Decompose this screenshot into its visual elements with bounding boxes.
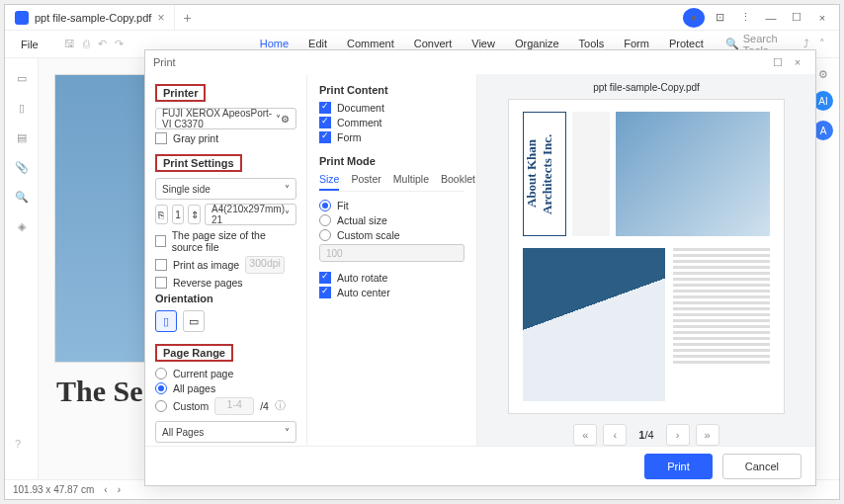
fit-radio[interactable]: Fit xyxy=(319,200,464,211)
help-icon[interactable]: ? xyxy=(15,438,21,450)
new-tab-button[interactable]: + xyxy=(175,10,199,26)
copies-stepper[interactable]: ⇕ xyxy=(188,205,201,224)
page-total: /4 xyxy=(260,400,269,412)
mode-tab-booklet[interactable]: Booklet xyxy=(441,173,475,191)
copies-icon: ⎘ xyxy=(155,205,168,224)
dpi-input[interactable]: 300dpi xyxy=(245,256,285,274)
print-preview: About Khan Architects Inc. xyxy=(508,99,785,414)
more-icon[interactable]: ⋮ xyxy=(734,8,756,28)
tab-title: ppt file-sample-Copy.pdf xyxy=(35,12,151,24)
paper-select[interactable]: A4(210x297mm) 21˅ xyxy=(205,204,296,225)
cursor-coords: 101.93 x 47.87 cm xyxy=(13,484,94,495)
search-panel-icon[interactable]: 🔍 xyxy=(14,189,30,205)
custom-scale-radio[interactable]: Custom scale xyxy=(319,229,464,241)
outline-icon[interactable]: ▤ xyxy=(14,129,30,145)
pager-first[interactable]: « xyxy=(573,424,597,446)
preview-image-2 xyxy=(523,248,665,401)
current-page-radio[interactable]: Current page xyxy=(155,368,296,379)
prev-page-icon[interactable]: ‹ xyxy=(104,484,107,495)
sliders-icon[interactable]: ⚙ xyxy=(818,68,828,81)
auto-rotate-checkbox[interactable]: Auto rotate xyxy=(319,272,464,284)
thumbnail-icon[interactable]: ▭ xyxy=(14,70,30,86)
mode-tab-poster[interactable]: Poster xyxy=(351,173,380,191)
print-content-label: Print Content xyxy=(319,84,464,96)
pager-last[interactable]: » xyxy=(696,424,719,446)
undo-icon[interactable]: ↶ xyxy=(98,38,107,50)
orientation-landscape[interactable]: ▭ xyxy=(183,310,205,332)
preview-side-block xyxy=(572,112,610,236)
next-page-icon[interactable]: › xyxy=(118,484,121,495)
print-as-image-checkbox[interactable]: Print as image300dpi xyxy=(155,256,296,274)
preview-image-1 xyxy=(616,112,770,236)
print-settings-label: Print Settings xyxy=(155,154,242,172)
preview-rotated-heading: About Khan Architects Inc. xyxy=(523,112,566,236)
auto-center-checkbox[interactable]: Auto center xyxy=(319,287,464,298)
printer-section-label: Printer xyxy=(155,84,206,102)
close-window-button[interactable]: × xyxy=(811,8,833,28)
pager-prev[interactable]: ‹ xyxy=(603,424,627,446)
page-range-label: Page Range xyxy=(155,344,233,362)
orientation-portrait[interactable]: ▯ xyxy=(155,310,177,332)
app-icon xyxy=(15,11,29,25)
orientation-label: Orientation xyxy=(155,293,296,304)
titlebar: ppt file-sample-Copy.pdf × + ● ⊡ ⋮ — ☐ × xyxy=(5,5,839,31)
preview-pager: « ‹ 1/4 › » xyxy=(573,424,718,446)
gray-print-checkbox[interactable]: Gray print xyxy=(155,132,296,144)
tab-close-icon[interactable]: × xyxy=(157,11,164,25)
preview-title: ppt file-sample-Copy.pdf xyxy=(593,82,700,93)
mode-tab-multiple[interactable]: Multiple xyxy=(393,173,429,191)
dialog-title: Print xyxy=(153,56,176,68)
maximize-button[interactable]: ☐ xyxy=(786,8,807,28)
printer-select[interactable]: FUJI XEROX ApeosPort-VI C3370 ˅ ⚙ xyxy=(155,108,296,129)
range-help-icon[interactable]: ⓘ xyxy=(275,399,286,413)
chevron-down-icon: ˅ xyxy=(285,427,290,438)
left-rail: ▭ ▯ ▤ 📎 🔍 ◈ xyxy=(5,58,39,479)
dialog-maximize-icon[interactable]: ☐ xyxy=(768,56,788,69)
bookmark-icon[interactable]: ▯ xyxy=(14,100,30,116)
print-mode-label: Print Mode xyxy=(319,155,464,167)
feedback-icon[interactable]: ⊡ xyxy=(709,8,730,28)
dialog-close-icon[interactable]: × xyxy=(788,56,807,68)
assist-button[interactable]: A xyxy=(813,121,833,140)
reverse-pages-checkbox[interactable]: Reverse pages xyxy=(155,277,296,289)
pager-total: /4 xyxy=(644,429,653,441)
layers-icon[interactable]: ◈ xyxy=(14,218,30,234)
attachment-icon[interactable]: 📎 xyxy=(14,159,30,175)
content-form-checkbox[interactable]: Form xyxy=(319,131,464,143)
user-avatar[interactable]: ● xyxy=(683,8,705,28)
file-menu[interactable]: File xyxy=(11,39,48,50)
document-tab[interactable]: ppt file-sample-Copy.pdf × xyxy=(5,5,175,31)
redo-icon[interactable]: ↷ xyxy=(115,38,124,50)
collapse-ribbon-icon[interactable]: ˄ xyxy=(819,38,825,50)
minimize-button[interactable]: — xyxy=(760,8,782,28)
print-dialog: Print ☐ × Printer FUJI XEROX ApeosPort-V… xyxy=(144,49,816,486)
mode-tab-size[interactable]: Size xyxy=(319,173,339,191)
content-comment-checkbox[interactable]: Comment xyxy=(319,117,464,128)
source-size-checkbox[interactable]: The page size of the source file xyxy=(155,229,296,253)
scale-input[interactable]: 100 xyxy=(319,244,464,262)
ai-button[interactable]: AI xyxy=(813,91,833,111)
chevron-down-icon: ˅ xyxy=(285,210,290,220)
actual-size-radio[interactable]: Actual size xyxy=(319,214,464,226)
chevron-down-icon: ˅ xyxy=(285,184,290,195)
all-pages-radio[interactable]: All pages xyxy=(155,382,296,394)
preview-text-block xyxy=(673,248,770,401)
pager-next[interactable]: › xyxy=(666,424,690,446)
print-button[interactable]: Print xyxy=(644,454,713,479)
pages-subset-select[interactable]: All Pages˅ xyxy=(155,421,296,443)
cancel-button[interactable]: Cancel xyxy=(722,454,802,479)
printer-settings-icon[interactable]: ⚙ xyxy=(281,114,290,125)
content-document-checkbox[interactable]: Document xyxy=(319,102,464,114)
print-icon[interactable]: ⎙ xyxy=(83,38,90,50)
sides-select[interactable]: Single side˅ xyxy=(155,178,296,200)
printer-value: FUJI XEROX ApeosPort-VI C3370 xyxy=(162,108,276,129)
custom-range-input[interactable]: 1-4 xyxy=(214,397,254,415)
save-icon[interactable]: 🖫 xyxy=(64,38,75,50)
custom-range-radio[interactable]: Custom 1-4 /4 ⓘ xyxy=(155,397,296,415)
copies-input[interactable]: 1 xyxy=(172,205,185,224)
